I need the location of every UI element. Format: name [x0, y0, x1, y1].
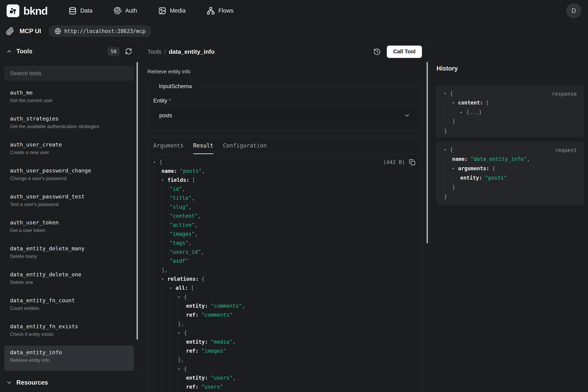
result-size-label: (442 B) — [383, 159, 405, 165]
sidebar-tool-item-auth_user_token[interactable]: auth_user_tokenGet a user token — [4, 216, 134, 241]
collapse-toggle-icon[interactable]: ▾ — [178, 295, 184, 299]
json-line: entity:"posts" — [444, 173, 584, 182]
collapse-toggle-icon[interactable]: ▾ — [444, 91, 450, 96]
json-line: "content", — [153, 212, 416, 220]
json-string: "id" — [170, 186, 182, 192]
json-punct: , — [195, 222, 198, 228]
sidebar-tool-item-data_entity_fn_count[interactable]: data_entity_fn_countCount entities — [4, 294, 134, 319]
search-tools-input[interactable] — [4, 66, 134, 81]
sidebar-tool-item-auth_user_password_test[interactable]: auth_user_password_testTest a user's pas… — [4, 190, 134, 215]
main-scrollbar[interactable] — [426, 62, 428, 243]
indent-guide — [444, 154, 452, 164]
tool-description: Change a user's password — [10, 176, 128, 181]
brand[interactable]: bknd — [6, 4, 47, 17]
tab-arguments[interactable]: Arguments — [153, 138, 184, 154]
tool-name: data_entity_info — [10, 349, 128, 356]
json-string: "media" — [211, 339, 233, 345]
json-string: "title" — [170, 195, 192, 201]
collapse-toggle-icon[interactable]: ▾ — [170, 286, 176, 290]
indent-guide — [162, 382, 170, 391]
history-entry-response[interactable]: response ▾{▾content:[▸{...}]} — [436, 86, 584, 137]
sidebar-tool-item-data_entity_delete_many[interactable]: data_entity_delete_manyDelete many — [4, 242, 134, 267]
sidebar-tool-item-auth_user_create[interactable]: auth_user_createCreate a new user — [4, 138, 134, 163]
indent-guide — [162, 355, 170, 364]
json-string: "tags" — [170, 240, 189, 246]
tool-name: auth_strategies — [10, 116, 128, 122]
refresh-icon[interactable] — [125, 48, 132, 55]
collapse-toggle-icon[interactable]: ▾ — [444, 148, 450, 152]
collapse-toggle-icon[interactable]: ▾ — [162, 277, 168, 281]
chevron-up-icon[interactable] — [6, 48, 12, 54]
tool-name: data_entity_fn_count — [10, 297, 128, 304]
sidebar-tool-item-auth_strategies[interactable]: auth_strategiesGet the available authent… — [4, 112, 134, 137]
indent-guide — [444, 98, 452, 107]
sidebar-scrollbar[interactable] — [137, 62, 138, 340]
json-line: ▾{ — [153, 292, 416, 301]
nav-item-auth[interactable]: Auth — [114, 7, 137, 15]
json-line: "users_id", — [153, 247, 416, 256]
json-punct: {...} — [466, 109, 482, 115]
indent-guide — [162, 247, 170, 256]
sidebar-tool-item-data_entity_info[interactable]: data_entity_infoRetrieve entity info — [4, 346, 134, 371]
collapse-toggle-icon[interactable]: ▾ — [452, 166, 458, 171]
sidebar-tool-item-data_entity_fn_exists[interactable]: data_entity_fn_existsCheck if entity exi… — [4, 320, 134, 345]
history-panel: History response ▾{▾content:[▸{...}]} re… — [429, 41, 588, 392]
json-punct: { — [184, 330, 187, 336]
result-json-tree: ▾{name:"posts",▾fields:["id","title","sl… — [153, 158, 416, 392]
nav-item-data[interactable]: Data — [69, 7, 92, 15]
nav-item-media[interactable]: Media — [158, 7, 186, 15]
server-bar: MCP UI http://localhost:28623/mcp — [0, 22, 588, 41]
collapse-toggle-icon[interactable]: ▾ — [178, 367, 184, 371]
collapse-toggle-icon[interactable]: ▾ — [162, 178, 168, 182]
expand-toggle-icon[interactable]: ▸ — [460, 110, 466, 114]
top-navigation-bar: bknd Data Auth Media — [0, 0, 588, 22]
indent-guide — [170, 391, 178, 392]
json-line: "tags", — [153, 238, 416, 247]
server-url-pill[interactable]: http://localhost:28623/mcp — [49, 25, 152, 37]
tools-section-header[interactable]: Tools 50 — [0, 41, 138, 62]
tab-result[interactable]: Result — [193, 138, 213, 154]
network-icon — [207, 7, 215, 15]
json-punct: [ — [192, 177, 196, 183]
indent-guide — [162, 184, 170, 194]
tool-description: Get the available authentication strateg… — [10, 124, 128, 129]
indent-guide — [162, 337, 170, 346]
nav-item-flows[interactable]: Flows — [207, 7, 233, 15]
sidebar-tool-item-auth_user_password_change[interactable]: auth_user_password_changeChange a user's… — [4, 164, 134, 189]
json-string: "users" — [201, 384, 223, 390]
json-line: "id", — [153, 184, 416, 194]
call-tool-button[interactable]: Call Tool — [387, 46, 422, 58]
collapse-toggle-icon[interactable]: ▾ — [153, 160, 159, 164]
json-punct: { — [184, 294, 187, 300]
indent-guide — [162, 292, 170, 301]
history-entry-request[interactable]: request ▾{name:"data_entity_info",▾argum… — [436, 142, 584, 204]
indent-guide — [170, 292, 178, 301]
indent-guide — [153, 212, 162, 220]
json-string: "content" — [170, 213, 198, 219]
breadcrumb-section[interactable]: Tools — [148, 48, 162, 55]
indent-guide — [170, 337, 178, 346]
collapse-toggle-icon[interactable]: ▾ — [178, 331, 184, 335]
indent-guide — [153, 194, 162, 202]
collapse-toggle-icon[interactable]: ▾ — [452, 100, 458, 105]
tab-configuration[interactable]: Configuration — [223, 138, 267, 154]
resources-section-header[interactable]: Resources — [0, 373, 138, 392]
entity-select[interactable]: posts — [153, 109, 416, 122]
json-line: } — [444, 192, 584, 201]
copy-icon[interactable] — [409, 159, 415, 166]
indent-guide — [162, 283, 170, 292]
json-line: entity:"media", — [153, 337, 416, 346]
user-avatar[interactable]: D — [566, 3, 582, 18]
history-entry-type: response — [552, 91, 577, 97]
nav-label: Data — [80, 8, 92, 14]
sidebar-tool-item-data_entity_delete_one[interactable]: data_entity_delete_oneDelete one — [4, 268, 134, 293]
json-line: ref:"images" — [153, 346, 416, 355]
indent-guide — [153, 391, 162, 392]
json-line: }, — [153, 355, 416, 364]
indent-guide — [170, 328, 178, 337]
json-line: ▾all:[ — [153, 283, 416, 292]
sidebar-tool-item-auth_me[interactable]: auth_meGet the current user — [4, 86, 134, 111]
history-clock-icon[interactable] — [373, 48, 381, 56]
json-key: all: — [176, 285, 188, 291]
json-punct: { — [450, 90, 453, 96]
